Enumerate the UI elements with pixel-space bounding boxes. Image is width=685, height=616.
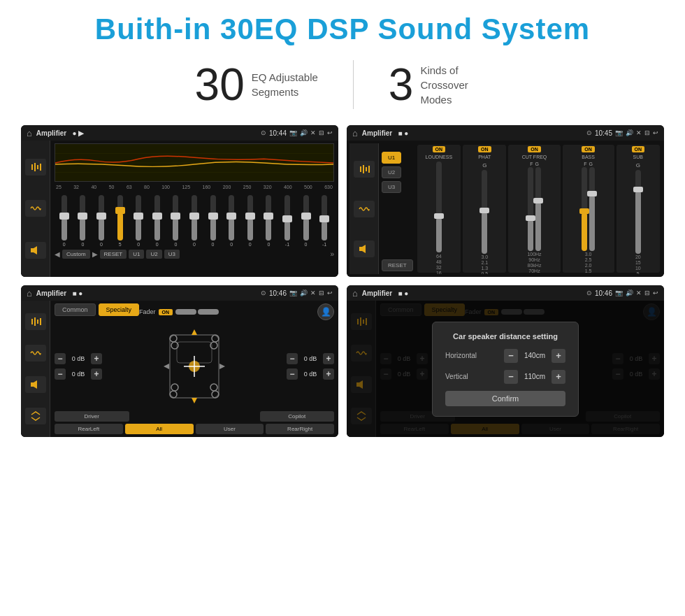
svg-rect-2 xyxy=(37,165,38,169)
eq-u3-btn[interactable]: U3 xyxy=(164,250,180,259)
vol-plus-1[interactable]: + xyxy=(91,368,102,380)
fader-slider-1[interactable] xyxy=(175,309,196,315)
loudness-on-btn[interactable]: ON xyxy=(433,146,446,152)
eq-slider-8[interactable]: 0 xyxy=(205,195,222,247)
back-icon-4: ↩ xyxy=(653,289,658,296)
eq-slider-2[interactable]: 0 xyxy=(93,195,110,247)
eq-slider-4[interactable]: 0 xyxy=(130,195,147,247)
eq-slider-0[interactable]: 0 xyxy=(56,195,73,247)
status-icons-1: ⊙ 10:44 📷 🔊 ✕ ⊟ ↩ xyxy=(261,129,333,137)
camera-icon-2: 📷 xyxy=(615,129,623,136)
home-icon-2: ⌂ xyxy=(352,128,358,138)
vol-minus-1[interactable]: − xyxy=(55,368,66,380)
minimize-icon-4: ⊟ xyxy=(644,289,650,296)
minimize-icon-1: ⊟ xyxy=(319,129,324,136)
horizontal-label: Horizontal xyxy=(445,352,477,359)
horizontal-plus-btn[interactable]: + xyxy=(551,349,565,363)
eq-u2-btn[interactable]: U2 xyxy=(146,250,161,259)
fader-slider-2[interactable] xyxy=(198,309,219,315)
volume-icon-2: 🔊 xyxy=(626,129,633,136)
eq-custom-btn[interactable]: Custom xyxy=(62,250,90,259)
sidebar-eq-btn[interactable] xyxy=(25,159,46,176)
preset-u3[interactable]: U3 xyxy=(382,181,401,193)
vol-row-0: − 0 dB + xyxy=(55,353,102,364)
preset-u1[interactable]: U1 xyxy=(382,152,401,164)
eq-u1-btn[interactable]: U1 xyxy=(129,250,144,259)
svg-point-32 xyxy=(171,384,178,391)
home-icon-3: ⌂ xyxy=(27,288,32,299)
btn-copilot-3[interactable]: Copilot xyxy=(260,411,335,422)
vol-plus-3[interactable]: + xyxy=(323,368,334,380)
confirm-button[interactable]: Confirm xyxy=(445,391,565,406)
svg-marker-36 xyxy=(164,364,169,369)
close-icon-1: ✕ xyxy=(310,129,316,136)
eq-slider-5[interactable]: 0 xyxy=(149,195,166,247)
vol-val-3: 0 dB xyxy=(301,371,320,378)
eq-slider-14[interactable]: -1 xyxy=(316,195,333,247)
vol-plus-2[interactable]: + xyxy=(323,353,334,364)
svg-rect-15 xyxy=(31,319,33,324)
status-bar-4: ⌂ Amplifier ■ ● ⊙ 10:46 📷 🔊 ✕ ⊟ ↩ xyxy=(347,285,664,301)
eq-slider-6[interactable]: 0 xyxy=(168,195,185,247)
horizontal-minus-btn[interactable]: − xyxy=(504,349,518,363)
vol-minus-0[interactable]: − xyxy=(55,353,66,364)
vertical-minus-btn[interactable]: − xyxy=(504,370,518,384)
eq-slider-1[interactable]: 0 xyxy=(75,195,92,247)
eq-next-btn[interactable]: ▶ xyxy=(92,250,98,258)
tab-specialty-3[interactable]: Specialty xyxy=(99,303,140,316)
sidebar-expand-btn-3[interactable] xyxy=(25,408,46,424)
svg-rect-13 xyxy=(359,247,362,251)
vertical-label: Vertical xyxy=(445,373,468,380)
eq-slider-7[interactable]: 0 xyxy=(186,195,203,247)
vol-plus-0[interactable]: + xyxy=(91,353,102,364)
svg-rect-9 xyxy=(360,166,361,172)
right-vol-controls: − 0 dB + − 0 dB + xyxy=(287,353,334,380)
btn-rearleft-3[interactable]: RearLeft xyxy=(55,424,123,434)
btn-rearright-3[interactable]: RearRight xyxy=(266,424,334,434)
minimize-icon-3: ⊟ xyxy=(319,289,324,296)
stat-eq: 30 EQ AdjustableSegments xyxy=(160,62,353,107)
sidebar-eq-btn-3[interactable] xyxy=(25,313,46,330)
location-icon-4: ⊙ xyxy=(586,289,592,296)
sub-on-btn[interactable]: ON xyxy=(632,146,645,152)
vol-minus-2[interactable]: − xyxy=(287,353,298,364)
btn-driver-3[interactable]: Driver xyxy=(55,411,129,422)
sidebar-wave-btn-3[interactable] xyxy=(25,345,46,361)
eq-slider-9[interactable]: 0 xyxy=(223,195,240,247)
eq-prev-btn[interactable]: ◀ xyxy=(55,250,60,258)
eq-slider-3[interactable]: 5 xyxy=(112,195,129,247)
sidebar-wave-btn[interactable] xyxy=(25,200,46,217)
time-4: 10:46 xyxy=(595,289,612,297)
close-icon-2: ✕ xyxy=(636,129,642,136)
eq-reset-btn[interactable]: RESET xyxy=(100,250,127,259)
cutfreq-on-btn[interactable]: ON xyxy=(528,146,541,152)
tab-common-3[interactable]: Common xyxy=(55,303,96,316)
vertical-value: 110cm xyxy=(521,373,549,380)
preset-reset[interactable]: RESET xyxy=(382,259,413,271)
eq-slider-11[interactable]: 0 xyxy=(261,195,277,247)
home-icon-1: ⌂ xyxy=(27,128,32,138)
btn-all-3[interactable]: All xyxy=(125,424,194,434)
dialog-horizontal-row: Horizontal − 140cm + xyxy=(445,349,565,363)
preset-u2[interactable]: U2 xyxy=(382,166,401,178)
vol-minus-3[interactable]: − xyxy=(287,368,298,380)
sidebar-eq-btn-2[interactable] xyxy=(354,161,375,178)
vertical-plus-btn[interactable]: + xyxy=(551,370,565,384)
sidebar-speaker-btn[interactable] xyxy=(25,242,46,259)
page-header: Buith-in 30EQ DSP Sound System xyxy=(0,0,685,53)
fader-on-btn-3[interactable]: ON xyxy=(159,309,173,315)
eq-slider-12[interactable]: -1 xyxy=(279,195,296,247)
eq-slider-13[interactable]: 0 xyxy=(298,195,315,247)
screen-dialog: ⌂ Amplifier ■ ● ⊙ 10:46 📷 🔊 ✕ ⊟ ↩ xyxy=(347,285,664,437)
eq-slider-10[interactable]: 0 xyxy=(242,195,259,247)
sidebar-speaker-btn-3[interactable] xyxy=(25,376,46,393)
bass-on-btn[interactable]: ON xyxy=(582,146,595,152)
svg-marker-35 xyxy=(192,398,197,403)
stat-eq-number: 30 xyxy=(195,62,245,107)
btn-user-3[interactable]: User xyxy=(196,424,264,434)
phat-on-btn[interactable]: ON xyxy=(478,146,491,152)
location-icon-3: ⊙ xyxy=(261,289,266,296)
sub-label: SUB xyxy=(633,155,643,159)
sidebar-speaker-btn-2[interactable] xyxy=(354,241,375,257)
sidebar-wave-btn-2[interactable] xyxy=(354,201,375,217)
